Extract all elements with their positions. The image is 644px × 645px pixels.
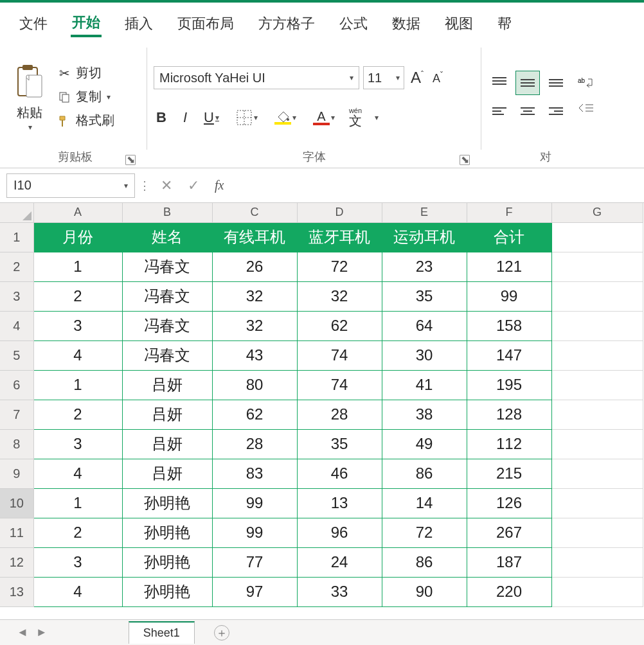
dialog-launcher-icon[interactable]: ⬊ [460,155,470,165]
cell[interactable]: 83 [212,459,297,488]
cell[interactable] [551,311,643,340]
header-cell[interactable]: 运动耳机 [382,222,467,252]
menu-tab-1[interactable]: 开始 [71,10,102,37]
cell[interactable] [551,340,643,370]
cut-button[interactable]: ✂ 剪切 [57,64,114,82]
sheet-nav-next-icon[interactable]: ► [36,626,48,639]
menu-tab-7[interactable]: 视图 [443,12,474,36]
cell[interactable] [551,459,643,488]
format-painter-button[interactable]: 格式刷 [57,112,114,129]
cell[interactable]: 38 [382,400,467,429]
cell[interactable]: 2 [33,518,122,547]
cell[interactable]: 吕妍 [122,400,212,429]
menu-tab-6[interactable]: 数据 [391,12,422,36]
cell[interactable] [551,429,643,459]
align-bottom-button[interactable] [544,71,568,94]
cell[interactable]: 187 [467,547,551,577]
cell[interactable]: 14 [382,488,467,518]
underline-button[interactable]: U▾ [201,108,222,127]
menu-tab-5[interactable]: 公式 [338,12,369,36]
column-header[interactable]: F [467,203,551,222]
cell[interactable]: 46 [297,459,382,488]
column-header[interactable]: D [297,203,382,222]
cell[interactable] [551,577,643,606]
row-header[interactable]: 10 [0,488,33,518]
align-top-button[interactable] [488,71,511,94]
sheet-nav-prev-icon[interactable]: ◄ [17,626,28,639]
cell[interactable]: 74 [297,370,382,400]
cell[interactable]: 74 [297,340,382,370]
cell[interactable]: 13 [297,488,382,518]
increase-font-button[interactable]: Aˆ [408,69,426,87]
cell[interactable]: 26 [212,252,297,281]
cell[interactable]: 冯春文 [122,281,212,311]
wrap-text-button[interactable]: ab [578,76,595,94]
menu-tab-3[interactable]: 页面布局 [176,12,235,36]
cell[interactable]: 孙明艳 [122,547,212,577]
cell[interactable] [551,370,643,400]
menu-tab-0[interactable]: 文件 [18,12,49,36]
cell[interactable]: 30 [382,340,467,370]
select-all-corner[interactable] [0,203,33,222]
cell[interactable]: 195 [467,370,551,400]
cell[interactable]: 49 [382,429,467,459]
cell[interactable]: 147 [467,340,551,370]
menu-tab-2[interactable]: 插入 [123,12,154,36]
cell[interactable]: 28 [212,429,297,459]
align-left-button[interactable] [488,100,511,123]
cancel-button[interactable]: ✕ [161,177,172,194]
header-cell[interactable]: 合计 [467,222,551,252]
cell[interactable]: 32 [212,281,297,311]
cell[interactable]: 4 [33,577,122,606]
font-size-combo[interactable]: 11 ▾ [363,66,404,89]
cell[interactable]: 41 [382,370,467,400]
column-header[interactable]: E [382,203,467,222]
sheet-tab[interactable]: Sheet1 [129,621,195,644]
row-header[interactable]: 5 [0,340,33,370]
add-sheet-button[interactable]: ＋ [214,625,229,641]
cell[interactable]: 吕妍 [122,459,212,488]
row-header[interactable]: 6 [0,370,33,400]
cell[interactable]: 吕妍 [122,370,212,400]
cell[interactable]: 32 [297,281,382,311]
cell[interactable]: 99 [212,488,297,518]
cell[interactable]: 冯春文 [122,340,212,370]
font-color-button[interactable]: A ▾ [310,109,337,127]
cell[interactable]: 3 [33,547,122,577]
cell[interactable]: 99 [467,281,551,311]
cell[interactable]: 2 [33,281,122,311]
cell[interactable]: 99 [212,518,297,547]
cell[interactable]: 128 [467,400,551,429]
row-header[interactable]: 9 [0,459,33,488]
name-box[interactable]: I10 ▾ [6,173,135,198]
row-header[interactable]: 13 [0,577,33,606]
cell[interactable]: 孙明艳 [122,577,212,606]
cell[interactable]: 62 [297,311,382,340]
column-header[interactable]: C [212,203,297,222]
cell[interactable]: 33 [297,577,382,606]
row-header[interactable]: 12 [0,547,33,577]
cell[interactable]: 1 [33,370,122,400]
cell[interactable]: 24 [297,547,382,577]
cell[interactable]: 72 [297,252,382,281]
cell[interactable]: 86 [382,459,467,488]
cell[interactable] [551,518,643,547]
decrease-indent-button[interactable] [578,102,595,118]
row-header[interactable]: 3 [0,281,33,311]
cell[interactable]: 冯春文 [122,311,212,340]
header-cell[interactable]: 姓名 [122,222,212,252]
align-right-button[interactable] [544,100,568,123]
cell[interactable]: 3 [33,429,122,459]
bold-button[interactable]: B [154,108,169,127]
cell[interactable]: 4 [33,459,122,488]
cell[interactable]: 35 [382,281,467,311]
menu-tab-4[interactable]: 方方格子 [257,12,316,36]
cell[interactable]: 220 [467,577,551,606]
cell[interactable] [551,547,643,577]
row-header[interactable]: 8 [0,429,33,459]
header-cell[interactable]: 有线耳机 [212,222,297,252]
cell[interactable] [551,488,643,518]
cell[interactable] [551,252,643,281]
cell[interactable] [551,281,643,311]
copy-button[interactable]: 复制 ▾ [57,88,114,105]
